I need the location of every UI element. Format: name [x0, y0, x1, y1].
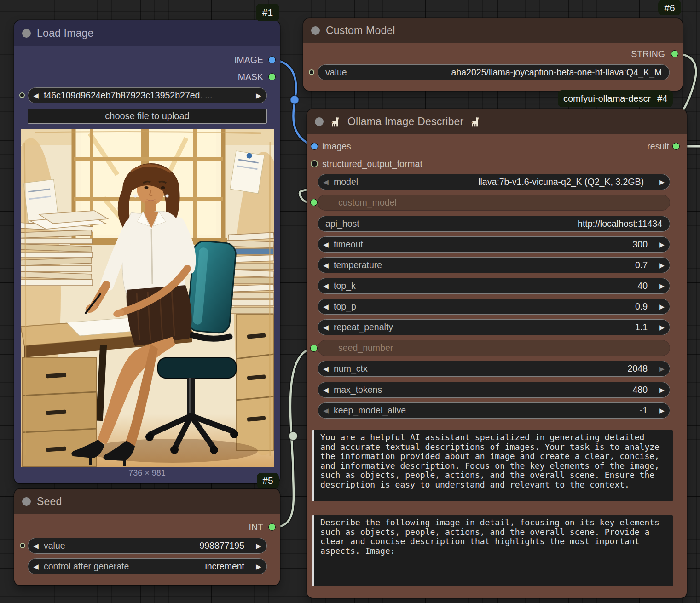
decrement-arrow-icon[interactable]: ◀ — [318, 361, 334, 377]
int-output-socket[interactable] — [268, 523, 276, 531]
prev-value-arrow-icon[interactable]: ◀ — [318, 174, 334, 190]
user-prompt-textarea[interactable]: Describe the following image in detail, … — [312, 515, 673, 586]
collapse-dot-icon[interactable] — [22, 29, 31, 38]
custom-model-node[interactable]: Custom Model STRING value aha2025/llama-… — [303, 18, 683, 91]
choose-file-button[interactable]: choose file to upload — [28, 109, 267, 124]
control-after-generate-widget[interactable]: ◀ control after generate increment ▶ — [28, 558, 267, 574]
structured-output-format-input-socket[interactable] — [311, 160, 318, 167]
output-slot-string: STRING — [631, 49, 665, 59]
decrement-arrow-icon[interactable]: ◀ — [318, 278, 334, 294]
decrement-arrow-icon[interactable]: ◀ — [318, 299, 334, 315]
custom-model-value-widget[interactable]: value aha2025/llama-joycaption-beta-one-… — [318, 64, 670, 80]
result-output-socket[interactable] — [672, 143, 680, 150]
node-id-badge: #1 — [256, 4, 279, 21]
llama-icon — [469, 116, 481, 128]
collapse-dot-icon[interactable] — [311, 26, 320, 35]
output-slot-result: result — [647, 141, 669, 151]
increment-arrow-icon[interactable]: ▶ — [654, 402, 670, 419]
images-input-socket[interactable] — [311, 143, 318, 150]
top-p-widget[interactable]: ◀ top_p 0.9 ▶ — [318, 299, 670, 315]
decrement-arrow-icon[interactable]: ◀ — [318, 257, 334, 273]
custom-model-widget: custom_model — [318, 195, 670, 211]
llama-icon — [330, 116, 341, 128]
link-midpoint-dot — [290, 96, 299, 104]
image-filename-value: f46c109d9624eb7b87923c13952b27ed. ... — [44, 90, 213, 101]
repeat-penalty-widget[interactable]: ◀ repeat_penalty 1.1 ▶ — [318, 319, 670, 335]
custom-model-input-socket[interactable] — [310, 199, 318, 206]
custom-model-node-titlebar[interactable]: Custom Model — [303, 18, 683, 43]
increment-arrow-icon[interactable]: ▶ — [654, 257, 670, 273]
node-title: Ollama Image Describer — [347, 115, 463, 128]
load-image-node-titlebar[interactable]: Load Image — [14, 20, 280, 46]
collapse-dot-icon[interactable] — [22, 497, 31, 506]
input-slot-images: images — [322, 141, 351, 151]
image-size-caption: 736 × 981 — [14, 468, 280, 478]
decrement-arrow-icon[interactable]: ◀ — [318, 402, 334, 419]
node-graph-canvas[interactable]: Load Image IMAGE MASK ◀ f46c109d9624eb7b… — [0, 0, 700, 603]
decrement-arrow-icon[interactable]: ◀ — [28, 538, 44, 554]
image-widget-input-socket[interactable] — [19, 92, 25, 98]
next-value-arrow-icon[interactable]: ▶ — [251, 558, 266, 574]
system-prompt-textarea[interactable]: You are a helpful AI assistant specializ… — [312, 430, 673, 501]
image-output-socket[interactable] — [268, 56, 276, 63]
image-filename-combo[interactable]: ◀ f46c109d9624eb7b87923c13952b27ed. ... … — [28, 87, 267, 103]
top-k-widget[interactable]: ◀ top_k 40 ▶ — [318, 278, 670, 294]
mask-output-socket[interactable] — [268, 73, 276, 80]
link-midpoint-dot — [289, 432, 298, 441]
node-id-badge: #5 — [257, 473, 279, 488]
node-title: Load Image — [37, 27, 93, 40]
node-source-tag-label: comfyui-ollama-descr — [563, 93, 651, 104]
decrement-arrow-icon[interactable]: ◀ — [318, 382, 334, 398]
node-title: Seed — [37, 495, 62, 508]
increment-arrow-icon[interactable]: ▶ — [654, 361, 670, 377]
increment-arrow-icon[interactable]: ▶ — [654, 299, 670, 315]
keep-model-alive-widget[interactable]: ◀ keep_model_alive -1 ▶ — [318, 402, 670, 419]
api-host-widget[interactable]: api_host http://localhost:11434 — [318, 216, 670, 232]
seed-value-widget[interactable]: ◀ value 998877195 ▶ — [28, 538, 267, 554]
load-image-node[interactable]: Load Image IMAGE MASK ◀ f46c109d9624eb7b… — [14, 20, 280, 483]
increment-arrow-icon[interactable]: ▶ — [654, 278, 670, 294]
increment-arrow-icon[interactable]: ▶ — [251, 538, 266, 554]
timeout-widget[interactable]: ◀ timeout 300 ▶ — [318, 236, 670, 253]
next-value-arrow-icon[interactable]: ▶ — [654, 174, 670, 190]
string-output-socket[interactable] — [671, 50, 678, 57]
node-id-badge: #4 — [657, 93, 667, 104]
ollama-node-titlebar[interactable]: Ollama Image Describer — [307, 109, 687, 134]
seed-number-widget: seed_number — [318, 340, 670, 356]
temperature-widget[interactable]: ◀ temperature 0.7 ▶ — [318, 257, 670, 273]
max-tokens-widget[interactable]: ◀ max_tokens 480 ▶ — [318, 382, 670, 398]
next-value-arrow-icon[interactable]: ▶ — [251, 87, 266, 103]
model-combo[interactable]: ◀ model llava:7b-v1.6-vicuna-q2_K (Q2_K,… — [318, 174, 670, 190]
increment-arrow-icon[interactable]: ▶ — [654, 382, 670, 398]
value-widget-input-socket[interactable] — [309, 69, 314, 75]
output-slot-image: IMAGE — [234, 55, 263, 65]
decrement-arrow-icon[interactable]: ◀ — [318, 236, 334, 253]
collapse-dot-icon[interactable] — [315, 117, 324, 126]
output-slot-mask: MASK — [238, 72, 263, 82]
image-preview — [21, 129, 274, 467]
seed-node-titlebar[interactable]: Seed — [14, 489, 280, 514]
output-slot-int: INT — [249, 522, 263, 532]
prev-value-arrow-icon[interactable]: ◀ — [28, 558, 44, 574]
input-slot-structured-output-format: structured_output_format — [322, 159, 422, 169]
increment-arrow-icon[interactable]: ▶ — [654, 319, 670, 335]
value-widget-input-socket[interactable] — [20, 543, 25, 548]
seed-number-input-socket[interactable] — [310, 345, 318, 352]
ollama-image-describer-node[interactable]: Ollama Image Describer images result str… — [307, 109, 687, 598]
node-title: Custom Model — [326, 24, 395, 37]
seed-node[interactable]: Seed INT ◀ value 998877195 ▶ ◀ control a… — [14, 489, 280, 585]
increment-arrow-icon[interactable]: ▶ — [654, 236, 670, 253]
node-source-tag: comfyui-ollama-descr #4 — [558, 90, 673, 107]
prev-value-arrow-icon[interactable]: ◀ — [28, 87, 44, 103]
num-ctx-widget[interactable]: ◀ num_ctx 2048 ▶ — [318, 361, 670, 377]
custom-model-value: aha2025/llama-joycaption-beta-one-hf-lla… — [451, 67, 662, 78]
node-id-badge: #6 — [658, 0, 681, 15]
decrement-arrow-icon[interactable]: ◀ — [318, 319, 334, 335]
